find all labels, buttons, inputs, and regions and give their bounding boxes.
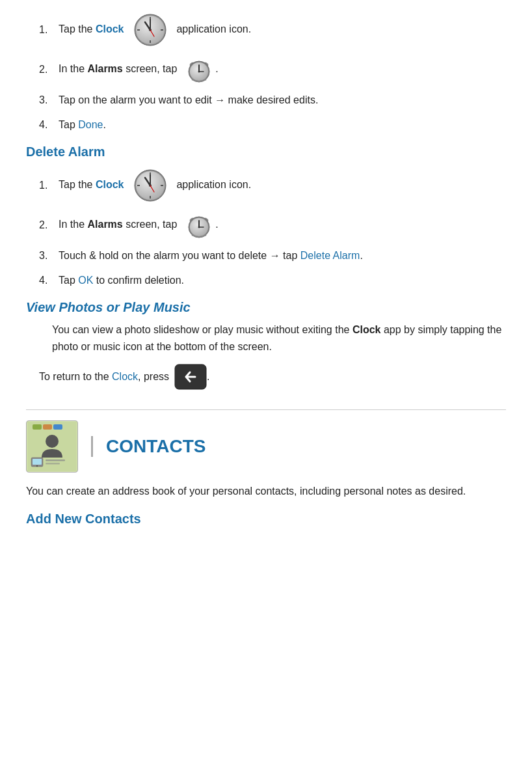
svg-rect-41 — [33, 459, 42, 465]
delete-step-1: 1. Tap the Clock — [26, 169, 506, 202]
add-new-contacts-heading: Add New Contacts — [26, 512, 506, 527]
clock-link-return: Clock — [112, 371, 138, 382]
return-period: . — [207, 371, 209, 383]
step-1: 1. Tap the Clock — [26, 13, 506, 47]
step-2: 2. In the Alarms screen, tap — [26, 56, 506, 83]
delete-alarm-link: Delete Alarm — [300, 250, 360, 261]
alarms-bold-2: Alarms — [87, 219, 122, 230]
clock-link-1: Clock — [96, 23, 124, 34]
step-1-text: Tap the Clock — [59, 13, 251, 47]
step-2-text: In the Alarms screen, tap — [59, 56, 219, 83]
step-number-4: 4. — [39, 119, 59, 131]
step-4-text: Tap Done. — [59, 117, 106, 133]
delete-step-number-3: 3. — [39, 250, 59, 262]
svg-point-39 — [46, 435, 59, 448]
contacts-description: You can create an address book of your p… — [26, 483, 506, 500]
view-photos-description: You can view a photo slideshow or play m… — [26, 322, 506, 355]
return-text: To return to the Clock, press — [39, 371, 169, 383]
delete-step-4: 4. Tap OK to confirm deletion. — [26, 273, 506, 288]
contacts-header: CONTACTS — [26, 409, 506, 473]
step-4: 4. Tap Done. — [26, 117, 506, 133]
delete-step-3: 3. Touch & hold on the alarm you want to… — [26, 248, 506, 264]
step-3: 3. Tap on the alarm you want to edit → m… — [26, 92, 506, 108]
svg-rect-43 — [46, 459, 65, 461]
clock-bold-view: Clock — [352, 324, 381, 335]
edit-alarm-steps: 1. Tap the Clock — [26, 13, 506, 133]
step-number-3: 3. — [39, 94, 59, 106]
delete-step-number-2: 2. — [39, 219, 59, 231]
delete-step-number-4: 4. — [39, 275, 59, 286]
svg-rect-38 — [53, 424, 62, 430]
view-photos-section: View Photos or Play Music You can view a… — [26, 300, 506, 390]
svg-rect-37 — [43, 424, 52, 430]
clock-icon-1 — [133, 13, 167, 47]
alarm-icon-2 — [185, 212, 213, 239]
alarm-icon-1 — [185, 56, 213, 83]
contacts-section-wrapper: CONTACTS You can create an address book … — [26, 409, 506, 527]
delete-alarm-section: Delete Alarm 1. Tap the Clock — [26, 144, 506, 288]
svg-rect-44 — [46, 463, 60, 465]
delete-step-2: 2. In the Alarms screen, tap — [26, 212, 506, 239]
step-number-2: 2. — [39, 64, 59, 75]
delete-step-1-text: Tap the Clock — [59, 169, 251, 202]
ok-link: OK — [78, 275, 93, 286]
back-button-icon — [174, 364, 207, 390]
contacts-icon-box — [26, 420, 78, 473]
alarms-bold-1: Alarms — [87, 63, 122, 74]
clock-link-2: Clock — [96, 179, 124, 190]
delete-step-3-text: Touch & hold on the alarm you want to de… — [59, 248, 363, 264]
step-3-text: Tap on the alarm you want to edit → make… — [59, 92, 318, 108]
delete-step-4-text: Tap OK to confirm deletion. — [59, 273, 184, 288]
svg-rect-36 — [33, 424, 42, 430]
contacts-app-icon — [27, 422, 77, 471]
return-line: To return to the Clock, press . — [26, 364, 506, 390]
delete-alarm-steps: 1. Tap the Clock — [26, 169, 506, 288]
done-link: Done — [78, 119, 103, 130]
delete-alarm-heading: Delete Alarm — [26, 144, 506, 159]
svg-point-42 — [36, 465, 38, 467]
delete-step-2-text: In the Alarms screen, tap — [59, 212, 219, 239]
contacts-title: CONTACTS — [91, 436, 206, 457]
clock-icon-2 — [133, 169, 167, 202]
step-number-1: 1. — [39, 24, 59, 36]
delete-step-number-1: 1. — [39, 180, 59, 191]
view-photos-heading: View Photos or Play Music — [26, 300, 506, 315]
